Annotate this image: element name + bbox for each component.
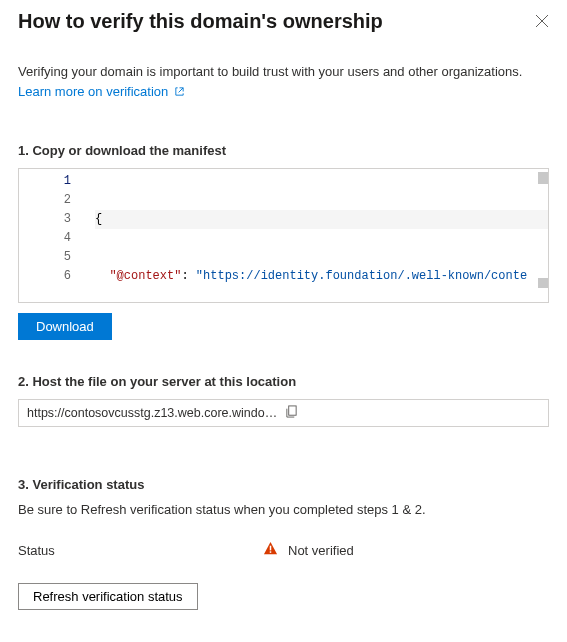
editor-gutter: 123456 [19,169,79,302]
external-link-icon [174,86,185,97]
copy-icon [285,405,298,418]
close-button[interactable] [529,8,555,34]
step3-title: 3. Verification status [18,477,549,492]
manifest-editor[interactable]: 123456 { "@context": "https://identity.f… [18,168,549,303]
refresh-status-button[interactable]: Refresh verification status [18,583,198,610]
intro-text: Verifying your domain is important to bu… [18,64,522,79]
svg-rect-0 [288,406,295,415]
copy-button[interactable] [281,401,543,425]
host-url-text: https://contosovcusstg.z13.web.core.wind… [27,406,281,420]
svg-rect-1 [270,546,272,551]
step2-title: 2. Host the file on your server at this … [18,374,549,389]
close-icon [535,14,549,28]
svg-rect-2 [270,551,272,553]
scrollbar-indicator [538,172,548,184]
warning-icon [263,541,278,559]
status-value: Not verified [288,543,354,558]
scrollbar-indicator [538,278,548,288]
host-url-box: https://contosovcusstg.z13.web.core.wind… [18,399,549,427]
step1-title: 1. Copy or download the manifest [18,143,549,158]
status-label: Status [18,543,263,558]
learn-more-label: Learn more on verification [18,84,168,99]
page-title: How to verify this domain's ownership [18,8,383,34]
editor-code: { "@context": "https://identity.foundati… [79,169,548,302]
download-button[interactable]: Download [18,313,112,340]
step3-hint: Be sure to Refresh verification status w… [18,502,549,517]
learn-more-link[interactable]: Learn more on verification [18,84,185,99]
